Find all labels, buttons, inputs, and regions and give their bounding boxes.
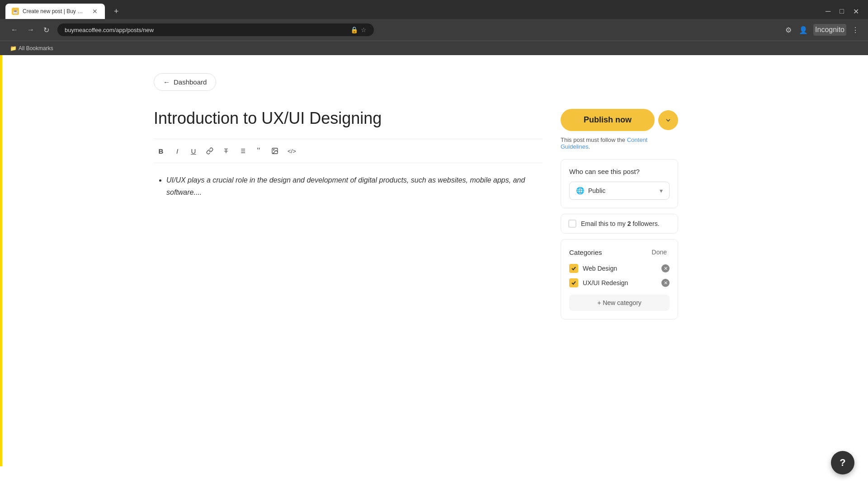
minimize-button[interactable]: ─ [822, 5, 834, 17]
editor-toolbar: B I U T " </> [154, 139, 542, 163]
tab-close-button[interactable]: ✕ [91, 8, 99, 15]
who-can-see-label: Who can see this post? [569, 168, 670, 175]
browser-titlebar: ☕ Create new post | Buy Me a Coff ✕ + ─ … [0, 0, 868, 19]
profile-icon[interactable]: 👤 [797, 24, 810, 36]
bookmarks-folder-icon: 📁 [10, 45, 17, 52]
bookmarks-folder[interactable]: 📁 All Bookmarks [7, 44, 56, 52]
dashboard-button[interactable]: ← Dashboard [154, 73, 216, 91]
underline-button[interactable]: U [186, 144, 201, 158]
category-checkbox-web-design[interactable] [569, 264, 578, 273]
back-arrow-icon: ← [163, 78, 170, 86]
main-container: ← Dashboard Introduction to UX/UI Design… [118, 73, 750, 319]
bookmarks-label: All Bookmarks [19, 45, 53, 52]
browser-chrome: ☕ Create new post | Buy Me a Coff ✕ + ─ … [0, 0, 868, 41]
email-label: Email this to my 2 followers. [581, 220, 660, 227]
publish-dropdown-button[interactable] [658, 110, 678, 130]
content-guidelines-text: This post must follow the Content Guidel… [561, 136, 678, 150]
categories-title: Categories [569, 249, 602, 256]
nav-buttons: ← → ↻ [7, 24, 53, 36]
window-controls: ─ □ ✕ [822, 5, 863, 18]
image-button[interactable] [268, 144, 282, 158]
bold-button[interactable]: B [154, 144, 168, 158]
svg-point-7 [274, 150, 274, 150]
browser-right-icons: ⚙ 👤 Incognito ⋮ [783, 24, 861, 36]
categories-header: Categories Done [569, 248, 670, 257]
new-tab-button[interactable]: + [110, 5, 123, 18]
bookmarks-bar: 📁 All Bookmarks [0, 41, 868, 55]
post-title[interactable]: Introduction to UX/UI Designing [154, 109, 542, 128]
incognito-badge[interactable]: Incognito [813, 24, 846, 36]
page-content: ← Dashboard Introduction to UX/UI Design… [0, 55, 868, 466]
active-tab[interactable]: ☕ Create new post | Buy Me a Coff ✕ [5, 4, 105, 19]
link-button[interactable] [203, 144, 217, 158]
publish-now-button[interactable]: Publish now [561, 109, 655, 131]
new-category-button[interactable]: + New category [569, 295, 670, 311]
category-item-ux-ui-redesign: UX/UI Redesign ✕ [569, 278, 670, 287]
tab-favicon: ☕ [12, 8, 19, 15]
categories-section: Categories Done Web Design ✕ [561, 239, 678, 319]
editor-area: Introduction to UX/UI Designing B I U T … [154, 109, 542, 264]
lock-icon: 🔒 [350, 26, 358, 33]
close-window-button[interactable]: ✕ [849, 5, 863, 18]
list-button[interactable] [235, 144, 250, 158]
code-button[interactable]: </> [284, 144, 300, 158]
italic-button[interactable]: I [170, 144, 184, 158]
left-accent [0, 55, 2, 466]
remove-web-design-button[interactable]: ✕ [661, 264, 670, 272]
strikethrough-button[interactable]: T [219, 144, 233, 158]
category-name-ux-ui-redesign: UX/UI Redesign [583, 279, 657, 286]
visibility-section: Who can see this post? 🌐 Public ▾ [561, 159, 678, 208]
post-body-text: UI/UX plays a crucial role in the design… [166, 176, 525, 196]
category-checkbox-ux-ui-redesign[interactable] [569, 278, 578, 287]
tab-title: Create new post | Buy Me a Coff [23, 8, 86, 14]
forward-button[interactable]: → [24, 24, 38, 36]
address-bar[interactable]: buymeacoffee.com/app/posts/new 🔒 ☆ [57, 23, 374, 36]
publish-row: Publish now [561, 109, 678, 131]
menu-icon[interactable]: ⋮ [850, 24, 861, 36]
email-checkbox[interactable] [568, 220, 576, 228]
visibility-select[interactable]: 🌐 Public ▾ [569, 182, 670, 200]
right-panel: Publish now This post must follow the Co… [561, 109, 678, 319]
browser-addressbar: ← → ↻ buymeacoffee.com/app/posts/new 🔒 ☆… [0, 19, 868, 41]
dashboard-label: Dashboard [174, 78, 207, 86]
reload-button[interactable]: ↻ [40, 24, 53, 36]
category-item-web-design: Web Design ✕ [569, 264, 670, 273]
url-text: buymeacoffee.com/app/posts/new [65, 27, 154, 33]
extensions-icon[interactable]: ⚙ [783, 24, 793, 36]
quote-button[interactable]: " [251, 144, 266, 158]
visibility-chevron-icon: ▾ [660, 187, 663, 194]
back-button[interactable]: ← [7, 24, 22, 36]
maximize-button[interactable]: □ [836, 5, 848, 17]
address-bar-icons: 🔒 ☆ [350, 26, 367, 33]
visibility-select-left: 🌐 Public [576, 187, 605, 195]
remove-ux-ui-redesign-button[interactable]: ✕ [661, 279, 670, 287]
star-icon[interactable]: ☆ [361, 26, 367, 33]
done-button[interactable]: Done [649, 248, 670, 257]
email-row: Email this to my 2 followers. [561, 214, 678, 234]
editor-content[interactable]: UI/UX plays a crucial role in the design… [154, 174, 542, 264]
category-name-web-design: Web Design [583, 265, 657, 272]
visibility-value: Public [588, 187, 605, 194]
main-layout: Introduction to UX/UI Designing B I U T … [154, 109, 714, 319]
public-icon: 🌐 [576, 187, 585, 195]
